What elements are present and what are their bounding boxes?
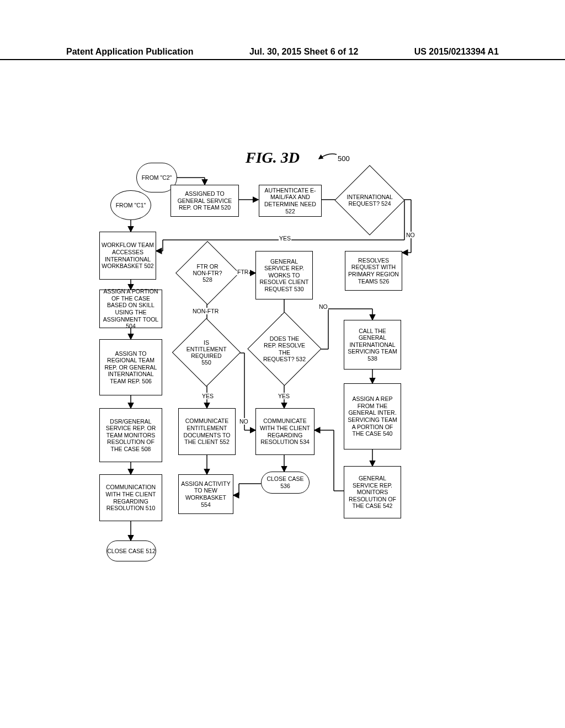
- edge-no-550: NO: [239, 418, 249, 425]
- terminator-536: CLOSE CASE 536: [261, 472, 310, 494]
- node-530-text: GENERAL SERVICE REP. WORKS TO RESOLVE CL…: [258, 258, 311, 293]
- decision-550: IS ENTITLEMENT REQUIRED 550: [182, 328, 231, 377]
- node-542-text: GENERAL SERVICE REP. MONITORS RESOLUTION…: [346, 475, 399, 510]
- node-554-text: ASSIGN ACTIVITY TO NEW WORKBASKET 554: [180, 480, 231, 508]
- node-526: RESOLVES REQUEST WITH PRIMARY REGION TEA…: [345, 251, 402, 291]
- node-554: ASSIGN ACTIVITY TO NEW WORKBASKET 554: [178, 474, 233, 514]
- node-540: ASSIGN A REP FROM THE GENERAL INTER. SER…: [344, 383, 401, 449]
- node-534: COMMUNICATE WITH THE CLIENT REGARDING RE…: [255, 408, 315, 455]
- decision-524-text: INTERNATIONAL REQUEST? 524: [347, 194, 393, 207]
- connector-c1: FROM "C1": [110, 190, 151, 220]
- edge-yes-532: YES: [278, 393, 290, 399]
- node-504: ASSIGN A PORTION OF THE CASE BASED ON SK…: [99, 290, 162, 328]
- page-header: Patent Application Publication Jul. 30, …: [0, 47, 565, 60]
- header-right: US 2015/0213394 A1: [414, 47, 499, 57]
- node-506-text: ASSIGN TO REGIONAL TEAM REP. OR GENERAL …: [102, 350, 160, 385]
- terminator-512-text: CLOSE CASE 512: [107, 548, 156, 555]
- node-552: COMMUNICATE ENTITLEMENT DOCUMENTS TO THE…: [178, 408, 236, 455]
- connector-c2-label: FROM "C2": [142, 174, 172, 181]
- flowchart-canvas: FROM "C1" FROM "C2" ASSIGNED TO GENERAL …: [97, 143, 455, 585]
- node-542: GENERAL SERVICE REP. MONITORS RESOLUTION…: [344, 466, 401, 518]
- decision-524: INTERNATIONAL REQUEST? 524: [345, 175, 395, 225]
- header-center: Jul. 30, 2015 Sheet 6 of 12: [249, 47, 358, 57]
- node-522: AUTHENTICATE E-MAIL/FAX AND DETERMINE NE…: [259, 185, 322, 217]
- node-522-text: AUTHENTICATE E-MAIL/FAX AND DETERMINE NE…: [261, 187, 319, 215]
- edge-yes-550: YES: [201, 393, 214, 399]
- node-508: DSR/GENERAL SERVICE REP. OR TEAM MONITOR…: [99, 408, 162, 462]
- node-510: COMMUNICATION WITH THE CLIENT REGARDING …: [99, 474, 162, 521]
- node-502: WORKFLOW TEAM ACCESSES INTERNATIONAL WOR…: [99, 232, 156, 280]
- node-504-text: ASSIGN A PORTION OF THE CASE BASED ON SK…: [102, 288, 160, 330]
- node-534-text: COMMUNICATE WITH THE CLIENT REGARDING RE…: [258, 417, 312, 445]
- decision-532: DOES THE REP. RESOLVE THE REQUEST? 532: [258, 323, 311, 375]
- decision-550-text: IS ENTITLEMENT REQUIRED 550: [186, 339, 227, 366]
- node-530: GENERAL SERVICE REP. WORKS TO RESOLVE CL…: [255, 251, 313, 299]
- terminator-512: CLOSE CASE 512: [106, 540, 156, 561]
- edge-ftr: FTR: [237, 269, 249, 275]
- node-508-text: DSR/GENERAL SERVICE REP. OR TEAM MONITOR…: [102, 418, 160, 453]
- edge-no-524: NO: [406, 232, 415, 238]
- decision-528-text: FTR OR NON-FTR? 528: [189, 263, 226, 283]
- node-552-text: COMMUNICATE ENTITLEMENT DOCUMENTS TO THE…: [180, 417, 233, 445]
- node-506: ASSIGN TO REGIONAL TEAM REP. OR GENERAL …: [99, 339, 162, 395]
- connector-c1-label: FROM "C1": [116, 202, 146, 208]
- node-540-text: ASSIGN A REP FROM THE GENERAL INTER. SER…: [346, 395, 399, 437]
- node-520: ASSIGNED TO GENERAL SERVICE REP. OR TEAM…: [170, 185, 239, 217]
- edge-no-532: NO: [318, 303, 328, 310]
- header-left: Patent Application Publication: [66, 47, 194, 57]
- node-538: CALL THE GENERAL INTERNATIONAL SERVICING…: [344, 320, 401, 370]
- edge-yes-524: YES: [279, 235, 291, 242]
- decision-528: FTR OR NON-FTR? 528: [185, 250, 230, 296]
- edge-nonftr: NON-FTR: [192, 308, 219, 314]
- node-510-text: COMMUNICATION WITH THE CLIENT REGARDING …: [102, 484, 160, 511]
- node-520-text: ASSIGNED TO GENERAL SERVICE REP. OR TEAM…: [173, 190, 237, 211]
- decision-532-text: DOES THE REP. RESOLVE THE REQUEST? 532: [263, 335, 306, 362]
- node-526-text: RESOLVES REQUEST WITH PRIMARY REGION TEA…: [347, 257, 400, 285]
- node-538-text: CALL THE GENERAL INTERNATIONAL SERVICING…: [346, 328, 399, 362]
- node-502-text: WORKFLOW TEAM ACCESSES INTERNATIONAL WOR…: [102, 242, 154, 269]
- terminator-536-text: CLOSE CASE 536: [262, 475, 309, 489]
